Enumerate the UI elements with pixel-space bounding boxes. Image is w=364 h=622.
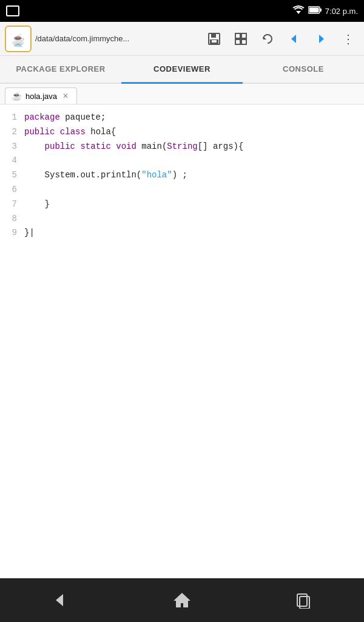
java-file-icon: ☕ bbox=[12, 91, 22, 101]
svg-rect-12 bbox=[241, 33, 246, 38]
file-tab-hola-java[interactable]: ☕ hola.java ✕ bbox=[5, 87, 77, 104]
file-tab-bar: ☕ hola.java ✕ bbox=[0, 84, 364, 104]
code-line-9: 9 }| bbox=[7, 226, 357, 241]
time-display: 7:02 p.m. bbox=[325, 7, 358, 16]
svg-marker-19 bbox=[174, 593, 190, 607]
code-line-3: 3 public static void main(String[] args)… bbox=[7, 140, 357, 154]
grid-button[interactable] bbox=[229, 27, 252, 50]
status-bar: 7:02 p.m. bbox=[0, 0, 364, 22]
toolbar-path: /data/data/com.jimmyche... bbox=[35, 34, 199, 43]
battery-icon bbox=[308, 6, 322, 16]
svg-rect-2 bbox=[320, 9, 322, 12]
svg-marker-18 bbox=[56, 594, 63, 606]
tab-codeviewer[interactable]: CODEVIEWER bbox=[121, 56, 243, 84]
file-tab-close-button[interactable]: ✕ bbox=[61, 91, 70, 101]
code-line-1: 1 package paquete; bbox=[7, 111, 357, 125]
code-line-2: 2 public class hola{ bbox=[7, 125, 357, 140]
nav-back-button[interactable] bbox=[42, 582, 79, 618]
code-line-7: 7 } bbox=[7, 197, 357, 212]
screen-icon bbox=[6, 5, 19, 16]
bottom-navigation bbox=[0, 578, 364, 622]
code-line-4: 4 bbox=[7, 154, 357, 168]
tab-console[interactable]: CONSOLE bbox=[243, 56, 364, 84]
code-line-8: 8 bbox=[7, 212, 357, 227]
svg-marker-0 bbox=[296, 11, 301, 14]
svg-rect-8 bbox=[211, 33, 216, 38]
back-button[interactable] bbox=[283, 27, 306, 50]
svg-marker-17 bbox=[319, 35, 324, 43]
file-tab-name: hola.java bbox=[25, 92, 57, 101]
nav-recents-button[interactable] bbox=[285, 582, 322, 618]
forward-button[interactable] bbox=[309, 27, 332, 50]
status-bar-left bbox=[6, 5, 19, 16]
app-logo: ☕ AIDE bbox=[5, 26, 32, 52]
tabs-bar: PACKAGE EXPLORER CODEVIEWER CONSOLE bbox=[0, 56, 364, 84]
overflow-menu-button[interactable]: ⋮ bbox=[336, 27, 359, 50]
save-button[interactable] bbox=[203, 27, 226, 50]
code-line-5: 5 System.out.println("hola") ; bbox=[7, 168, 357, 183]
svg-marker-15 bbox=[263, 36, 266, 39]
code-editor[interactable]: 1 package paquete; 2 public class hola{ … bbox=[0, 104, 364, 578]
svg-rect-11 bbox=[235, 33, 240, 38]
svg-text:AIDE: AIDE bbox=[14, 44, 22, 47]
nav-home-button[interactable] bbox=[164, 582, 200, 618]
code-line-6: 6 bbox=[7, 183, 357, 197]
toolbar: ☕ AIDE /data/data/com.jimmyche... bbox=[0, 22, 364, 56]
svg-rect-13 bbox=[235, 39, 240, 44]
status-bar-right: 7:02 p.m. bbox=[292, 5, 358, 17]
svg-rect-10 bbox=[212, 40, 217, 43]
refresh-button[interactable] bbox=[256, 27, 279, 50]
svg-marker-16 bbox=[291, 35, 296, 43]
wifi-icon bbox=[292, 5, 305, 17]
tab-package-explorer[interactable]: PACKAGE EXPLORER bbox=[0, 56, 121, 84]
svg-rect-14 bbox=[241, 39, 246, 44]
svg-rect-3 bbox=[309, 8, 318, 13]
